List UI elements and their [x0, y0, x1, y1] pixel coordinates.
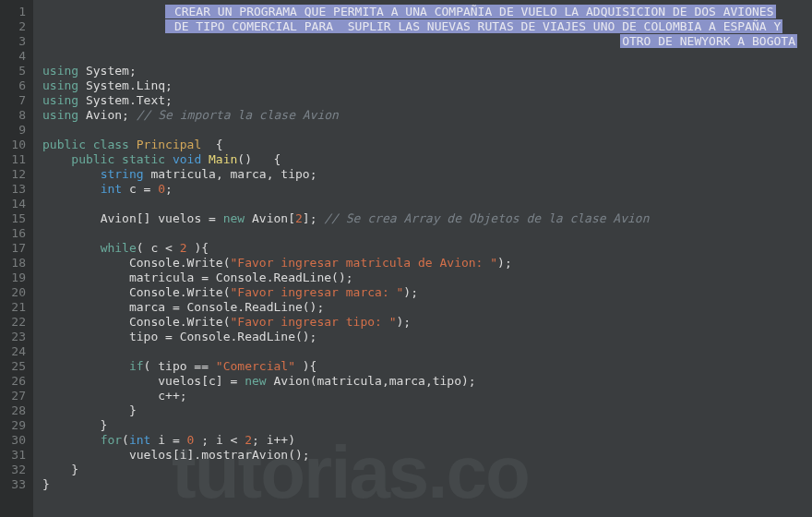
line-number: 30 — [5, 433, 26, 448]
line-number: 23 — [5, 330, 26, 344]
code-line[interactable]: using System; — [42, 64, 812, 78]
line-number: 13 — [5, 182, 26, 197]
code-line[interactable]: matricula = Console.ReadLine(); — [42, 271, 812, 285]
line-number: 8 — [5, 108, 26, 123]
code-line[interactable]: while( c < 2 ){ — [42, 241, 812, 256]
inline-comment: // Se crea Array de Objetos de la clase … — [324, 211, 649, 225]
line-number: 32 — [5, 463, 26, 477]
inline-comment: // Se importa la clase Avion — [137, 108, 339, 122]
line-number: 1 — [5, 5, 26, 19]
line-number: 4 — [5, 49, 26, 64]
code-line[interactable]: Console.Write("Favor ingresar marca: "); — [42, 285, 812, 300]
line-number: 10 — [5, 138, 26, 152]
code-line[interactable]: string matricula, marca, tipo; — [42, 167, 812, 182]
code-line[interactable]: public class Principal { — [42, 138, 812, 152]
code-line[interactable] — [42, 49, 812, 64]
code-editor: 1 2 3 4 5 6 7 8 9 10 11 12 13 14 15 16 1… — [0, 0, 812, 517]
code-line[interactable]: } — [42, 403, 812, 418]
code-line[interactable]: vuelos[c] = new Avion(matricula,marca,ti… — [42, 374, 812, 389]
header-comment: OTRO DE NEWYORK A BOGOTA — [620, 34, 797, 48]
line-number: 5 — [5, 64, 26, 78]
code-line[interactable]: Avion[] vuelos = new Avion[2]; // Se cre… — [42, 211, 812, 226]
code-line[interactable] — [42, 226, 812, 241]
code-line[interactable]: using System.Linq; — [42, 78, 812, 93]
line-number: 18 — [5, 256, 26, 271]
code-area[interactable]: tutorias.co CREAR UN PROGRAMA QUE PERMIT… — [33, 0, 812, 517]
code-line[interactable]: public static void Main() { — [42, 152, 812, 167]
code-line[interactable]: int c = 0; — [42, 182, 812, 197]
code-line[interactable]: vuelos[i].mostrarAvion(); — [42, 448, 812, 463]
line-number: 31 — [5, 448, 26, 463]
line-number: 28 — [5, 403, 26, 418]
line-number: 2 — [5, 19, 26, 34]
code-line[interactable]: marca = Console.ReadLine(); — [42, 300, 812, 315]
line-number: 16 — [5, 226, 26, 241]
line-number: 7 — [5, 93, 26, 108]
code-line[interactable]: using System.Text; — [42, 93, 812, 108]
line-number: 22 — [5, 315, 26, 330]
code-line[interactable]: DE TIPO COMERCIAL PARA SUPLIR LAS NUEVAS… — [42, 19, 812, 34]
code-line[interactable]: Console.Write("Favor ingresar matricula … — [42, 256, 812, 271]
line-number: 11 — [5, 152, 26, 167]
line-gutter: 1 2 3 4 5 6 7 8 9 10 11 12 13 14 15 16 1… — [0, 0, 33, 517]
code-line[interactable] — [42, 123, 812, 138]
code-line[interactable]: Console.Write("Favor ingresar tipo: "); — [42, 315, 812, 330]
line-number: 29 — [5, 418, 26, 433]
line-number: 14 — [5, 197, 26, 211]
code-line[interactable]: using Avion; // Se importa la clase Avio… — [42, 108, 812, 123]
code-line[interactable]: tipo = Console.ReadLine(); — [42, 330, 812, 344]
line-number: 3 — [5, 34, 26, 49]
code-line[interactable]: } — [42, 463, 812, 477]
line-number: 19 — [5, 271, 26, 285]
line-number: 6 — [5, 78, 26, 93]
code-line[interactable]: c++; — [42, 389, 812, 403]
line-number: 24 — [5, 344, 26, 359]
line-number: 21 — [5, 300, 26, 315]
line-number: 17 — [5, 241, 26, 256]
line-number: 9 — [5, 123, 26, 138]
code-line[interactable]: for(int i = 0 ; i < 2; i++) — [42, 433, 812, 448]
code-line[interactable]: } — [42, 418, 812, 433]
code-line[interactable]: CREAR UN PROGRAMA QUE PERMITA A UNA COMP… — [42, 5, 812, 19]
code-line[interactable]: if( tipo == "Comercial" ){ — [42, 359, 812, 374]
line-number: 26 — [5, 374, 26, 389]
header-comment: DE TIPO COMERCIAL PARA SUPLIR LAS NUEVAS… — [165, 19, 782, 33]
code-line[interactable]: OTRO DE NEWYORK A BOGOTA — [42, 34, 812, 49]
header-comment: CREAR UN PROGRAMA QUE PERMITA A UNA COMP… — [165, 5, 775, 18]
line-number: 15 — [5, 211, 26, 226]
code-line[interactable]: } — [42, 477, 812, 492]
line-number: 33 — [5, 477, 26, 492]
line-number: 12 — [5, 167, 26, 182]
line-number: 25 — [5, 359, 26, 374]
code-line[interactable] — [42, 197, 812, 211]
code-line[interactable] — [42, 344, 812, 359]
line-number: 20 — [5, 285, 26, 300]
line-number: 27 — [5, 389, 26, 403]
